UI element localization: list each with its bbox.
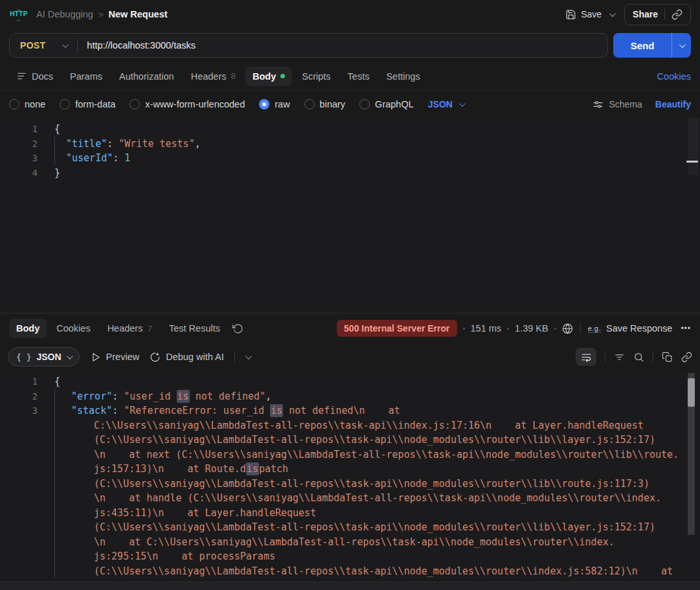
response-tab-test-results[interactable]: Test Results — [162, 319, 227, 338]
tab-docs[interactable]: Docs — [9, 66, 60, 86]
tab-authorization[interactable]: Authorization — [112, 67, 181, 86]
url-divider — [77, 38, 78, 52]
body-type-raw[interactable]: raw — [259, 99, 289, 109]
response-header: BodyCookiesHeaders7Test Results 500 Inte… — [0, 313, 700, 343]
wrap-text-icon[interactable] — [576, 348, 596, 366]
share-button[interactable]: Share — [624, 4, 691, 25]
status-badge: 500 Internal Server Error — [337, 320, 457, 337]
save-response-button[interactable]: e.g. Save Response — [588, 323, 673, 334]
response-format-label: JSON — [36, 352, 61, 362]
code-line: 4} — [0, 166, 700, 181]
send-label[interactable]: Send — [613, 33, 672, 58]
topbar-actions: Save Share — [563, 4, 691, 25]
code-content: { — [54, 122, 700, 137]
body-type-none[interactable]: none — [9, 99, 45, 109]
url-input[interactable]: http://localhost:3000/tasks — [87, 40, 196, 51]
line-number — [0, 535, 38, 550]
dot-separator — [463, 328, 465, 330]
body-type-x-www-form-urlencoded[interactable]: x-www-form-urlencoded — [130, 99, 245, 109]
tab-params[interactable]: Params — [63, 67, 109, 86]
share-link-icon[interactable] — [672, 9, 683, 20]
breadcrumb-collection[interactable]: AI Debugging — [36, 9, 93, 19]
preview-button[interactable]: Preview — [90, 352, 140, 363]
tab-label: Scripts — [302, 71, 330, 82]
body-set-indicator-icon — [280, 74, 285, 78]
breadcrumb-request-name[interactable]: New Request — [108, 9, 167, 19]
code-content: js:435:11)\n at Layer.handleRequest — [54, 506, 700, 521]
more-options-button[interactable]: ••• — [681, 324, 691, 333]
line-number — [0, 418, 38, 433]
code-content: "userId": 1 — [54, 151, 700, 166]
line-number — [0, 433, 38, 448]
tab-body[interactable]: Body — [245, 67, 292, 86]
debug-with-ai-button[interactable]: Debug with AI — [150, 352, 223, 363]
tab-tests[interactable]: Tests — [341, 67, 377, 86]
cookies-link[interactable]: Cookies — [657, 71, 691, 82]
line-number: 3 — [0, 151, 38, 166]
response-tab-cookies[interactable]: Cookies — [49, 319, 97, 338]
radio-icon[interactable] — [359, 99, 370, 109]
radio-icon[interactable] — [60, 99, 70, 109]
copy-link-icon[interactable] — [681, 352, 692, 363]
tab-label: Body — [16, 323, 40, 334]
meta-divider — [580, 323, 581, 334]
radio-icon[interactable] — [304, 99, 315, 109]
code-line: 2"title": "Write tests", — [0, 137, 700, 152]
response-tab-body[interactable]: Body — [9, 319, 47, 338]
response-body-viewer[interactable]: 1{2"error": "user_id is not defined",3"s… — [0, 370, 700, 582]
radio-icon[interactable] — [130, 99, 140, 109]
code-content: "stack": "ReferenceError: user_id is not… — [54, 403, 700, 418]
radio-icon[interactable] — [259, 99, 269, 109]
history-icon[interactable] — [232, 323, 243, 334]
tab-label: Cookies — [56, 323, 90, 334]
code-line: 1{ — [0, 122, 700, 137]
tab-scripts[interactable]: Scripts — [295, 67, 337, 86]
body-type-binary[interactable]: binary — [304, 99, 346, 109]
beautify-button[interactable]: Beautify — [655, 99, 691, 109]
code-content: (C:\\Users\\saniyag\\LambdaTest-all-repo… — [54, 564, 700, 579]
radio-icon[interactable] — [9, 99, 19, 109]
method-select[interactable]: POST — [10, 40, 77, 51]
globe-icon[interactable] — [562, 323, 573, 334]
send-button[interactable]: Send — [613, 33, 691, 58]
body-type-graphql[interactable]: GraphQL — [359, 99, 414, 109]
app-logo-icon[interactable]: HTTP — [9, 7, 28, 21]
eg-icon: e.g. — [588, 324, 601, 333]
response-scrollbar-thumb[interactable] — [688, 378, 695, 407]
response-tabs: BodyCookiesHeaders7Test Results — [9, 319, 227, 338]
line-number: 1 — [0, 122, 38, 137]
code-content: "title": "Write tests", — [54, 137, 700, 152]
line-number — [0, 549, 38, 564]
save-icon — [565, 9, 576, 20]
radio-label: GraphQL — [375, 99, 414, 109]
filter-icon[interactable] — [614, 352, 625, 363]
copy-icon[interactable] — [662, 352, 673, 363]
response-format-select[interactable]: { } JSON — [8, 347, 80, 367]
dot-separator — [554, 328, 556, 330]
response-tab-headers[interactable]: Headers7 — [100, 319, 159, 338]
format-chevron-icon — [67, 353, 73, 359]
line-number: 2 — [0, 137, 38, 152]
editor-scrollbar-thumb[interactable] — [688, 118, 699, 175]
line-number — [0, 564, 38, 579]
tab-headers[interactable]: Headers8 — [184, 67, 243, 86]
save-button[interactable]: Save — [563, 5, 604, 24]
radio-label: x-www-form-urlencoded — [145, 99, 245, 109]
response-body-code: 1{2"error": "user_id is not defined",3"s… — [0, 374, 700, 578]
send-options-button[interactable] — [672, 33, 691, 58]
request-body-editor[interactable]: 1{2"title": "Write tests",3"userId": 14} — [0, 118, 700, 313]
code-content: \n at handle (C:\\Users\\saniyag\\Lambda… — [54, 491, 700, 506]
tab-settings[interactable]: Settings — [379, 67, 427, 86]
tab-label: Headers — [107, 323, 143, 334]
line-number: 4 — [0, 166, 38, 181]
indent-guide — [54, 137, 55, 166]
line-number — [0, 491, 38, 506]
code-content: js:157:13)\n at Route.dispatch — [54, 462, 700, 477]
search-icon[interactable] — [633, 352, 644, 363]
body-type-form-data[interactable]: form-data — [60, 99, 115, 109]
docs-icon — [16, 71, 27, 82]
save-dropdown-chevron-icon[interactable] — [609, 10, 616, 17]
content-type-select[interactable]: JSON — [428, 99, 464, 109]
schema-button[interactable]: Schema — [593, 99, 642, 110]
debug-dropdown-chevron-icon[interactable] — [245, 353, 252, 359]
